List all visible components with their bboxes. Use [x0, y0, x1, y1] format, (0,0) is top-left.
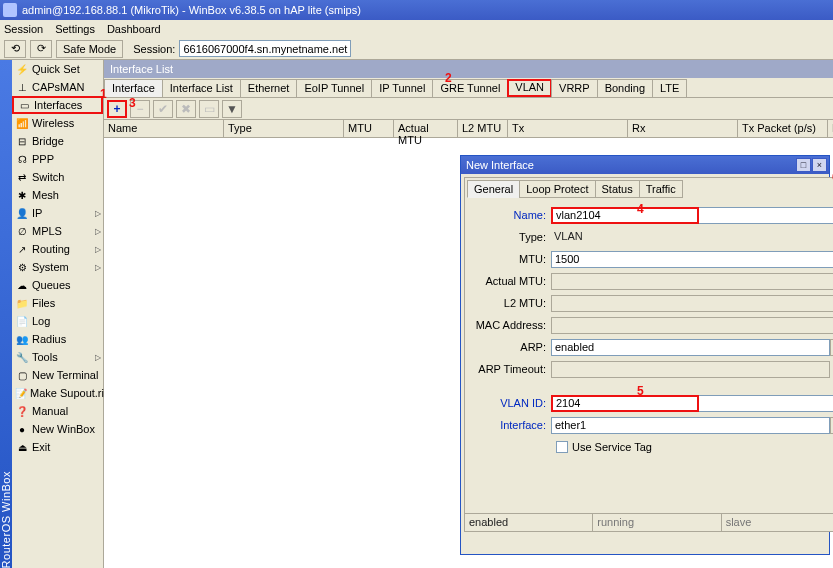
dialog-title: New Interface	[466, 156, 534, 174]
menu-settings[interactable]: Settings	[55, 23, 95, 35]
sidebar-icon: ●	[15, 422, 29, 436]
sidebar-item-tools[interactable]: 🔧Tools▷	[12, 348, 103, 366]
sidebar-item-radius[interactable]: 👥Radius	[12, 330, 103, 348]
tab-gre-tunnel[interactable]: GRE Tunnel	[432, 79, 508, 97]
col-actual-mtu[interactable]: Actual MTU	[394, 120, 458, 137]
add-button[interactable]: +	[107, 100, 127, 118]
name-label: Name:	[471, 209, 551, 221]
sidebar-item-ppp[interactable]: ☊PPP	[12, 150, 103, 168]
name-input[interactable]	[551, 207, 699, 224]
safe-mode-button[interactable]: Safe Mode	[56, 40, 123, 58]
sidebar-icon: 📶	[15, 116, 29, 130]
forward-button[interactable]: ⟳	[30, 40, 52, 58]
menu-session[interactable]: Session	[4, 23, 43, 35]
sidebar-label: Bridge	[32, 135, 103, 147]
menu-bar: Session Settings Dashboard	[0, 20, 833, 38]
dialog-tabs: GeneralLoop ProtectStatusTraffic	[465, 178, 833, 198]
sidebar-item-bridge[interactable]: ⊟Bridge	[12, 132, 103, 150]
disable-button[interactable]: ✖	[176, 100, 196, 118]
filter-button[interactable]: ▼	[222, 100, 242, 118]
dialog-close-icon[interactable]: ×	[812, 158, 827, 172]
sidebar-icon: 📝	[15, 386, 27, 400]
col-name[interactable]: Name	[104, 120, 224, 137]
col-tx-packet-p-s-[interactable]: Tx Packet (p/s)	[738, 120, 828, 137]
session-value[interactable]: 6616067000f4.sn.mynetname.net	[179, 40, 351, 57]
mtu-label: MTU:	[471, 253, 551, 265]
name-input-tail[interactable]	[699, 207, 833, 224]
status-slave: slave	[722, 514, 833, 531]
sidebar-item-log[interactable]: 📄Log	[12, 312, 103, 330]
tab-interface[interactable]: Interface	[104, 79, 163, 97]
sidebar-item-manual[interactable]: ❓Manual	[12, 402, 103, 420]
interface-input[interactable]	[551, 417, 830, 434]
sidebar-label: Interfaces	[34, 99, 101, 111]
col-rx[interactable]: Rx	[628, 120, 738, 137]
sidebar-item-interfaces[interactable]: ▭Interfaces	[12, 96, 103, 114]
remove-button[interactable]: −	[130, 100, 150, 118]
dialog-tab-traffic[interactable]: Traffic	[639, 180, 683, 198]
l2mtu-label: L2 MTU:	[471, 297, 551, 309]
dialog-tab-general[interactable]: General	[467, 180, 520, 198]
sidebar-item-queues[interactable]: ☁Queues	[12, 276, 103, 294]
tab-eoip-tunnel[interactable]: EoIP Tunnel	[296, 79, 372, 97]
tab-vrrp[interactable]: VRRP	[551, 79, 598, 97]
sidebar-strip-text: RouterOS WinBox	[0, 465, 12, 568]
tab-lte[interactable]: LTE	[652, 79, 687, 97]
sidebar-item-mesh[interactable]: ✱Mesh	[12, 186, 103, 204]
tab-bonding[interactable]: Bonding	[597, 79, 653, 97]
sidebar-label: New WinBox	[32, 423, 103, 435]
col-tx[interactable]: Tx	[508, 120, 628, 137]
tab-ip-tunnel[interactable]: IP Tunnel	[371, 79, 433, 97]
tab-vlan[interactable]: VLAN	[507, 79, 552, 97]
back-button[interactable]: ⟲	[4, 40, 26, 58]
dialog-tab-loop-protect[interactable]: Loop Protect	[519, 180, 595, 198]
sidebar-icon: 👤	[15, 206, 29, 220]
sidebar-label: CAPsMAN	[32, 81, 103, 93]
sidebar-item-quick-set[interactable]: ⚡Quick Set	[12, 60, 103, 78]
interface-toolbar: + − ✔ ✖ ▭ ▼ 3	[104, 98, 833, 120]
arp-input[interactable]	[551, 339, 830, 356]
sidebar-item-routing[interactable]: ↗Routing▷	[12, 240, 103, 258]
sidebar-item-mpls[interactable]: ∅MPLS▷	[12, 222, 103, 240]
col-mtu[interactable]: MTU	[344, 120, 394, 137]
sidebar-item-capsman[interactable]: ⊥CAPsMAN	[12, 78, 103, 96]
type-value: VLAN	[551, 229, 833, 246]
menu-dashboard[interactable]: Dashboard	[107, 23, 161, 35]
sidebar-item-files[interactable]: 📁Files	[12, 294, 103, 312]
sidebar-item-exit[interactable]: ⏏Exit	[12, 438, 103, 456]
enable-button[interactable]: ✔	[153, 100, 173, 118]
sidebar-item-ip[interactable]: 👤IP▷	[12, 204, 103, 222]
sidebar-item-new-terminal[interactable]: ▢New Terminal	[12, 366, 103, 384]
dialog-max-icon[interactable]: □	[796, 158, 811, 172]
use-service-tag-checkbox[interactable]	[556, 441, 568, 453]
vlan-id-input[interactable]	[551, 395, 699, 412]
col-rx-packet-p-s-[interactable]: Rx Packet (p/s)	[828, 120, 833, 137]
arp-timeout-label: ARP Timeout:	[471, 363, 551, 375]
sidebar-icon: ⚡	[15, 62, 29, 76]
sidebar-strip: RouterOS WinBox	[0, 60, 12, 568]
interface-tabs: InterfaceInterface ListEthernetEoIP Tunn…	[104, 78, 833, 98]
window-title: admin@192.168.88.1 (MikroTik) - WinBox v…	[22, 4, 361, 16]
tab-interface-list[interactable]: Interface List	[162, 79, 241, 97]
dialog-tab-status[interactable]: Status	[595, 180, 640, 198]
status-enabled: enabled	[465, 514, 593, 531]
col-type[interactable]: Type	[224, 120, 344, 137]
sidebar-item-system[interactable]: ⚙System▷	[12, 258, 103, 276]
vlan-id-input-tail[interactable]	[699, 395, 833, 412]
sidebar-icon: ❓	[15, 404, 29, 418]
l2mtu-value	[551, 295, 833, 312]
arp-timeout-input[interactable]	[551, 361, 830, 378]
col-l2-mtu[interactable]: L2 MTU	[458, 120, 508, 137]
submenu-arrow-icon: ▷	[95, 263, 101, 272]
sidebar-item-new-winbox[interactable]: ●New WinBox	[12, 420, 103, 438]
tab-ethernet[interactable]: Ethernet	[240, 79, 298, 97]
submenu-arrow-icon: ▷	[95, 245, 101, 254]
mtu-input[interactable]	[551, 251, 833, 268]
sidebar-item-make-supout.rif[interactable]: 📝Make Supout.rif	[12, 384, 103, 402]
new-interface-dialog: New Interface □ × GeneralLoop ProtectSta…	[460, 155, 830, 555]
comment-button[interactable]: ▭	[199, 100, 219, 118]
sidebar-item-wireless[interactable]: 📶Wireless	[12, 114, 103, 132]
dialog-form-panel: GeneralLoop ProtectStatusTraffic Name: 4…	[464, 177, 833, 532]
sidebar-item-switch[interactable]: ⇄Switch	[12, 168, 103, 186]
sidebar-icon: ☁	[15, 278, 29, 292]
